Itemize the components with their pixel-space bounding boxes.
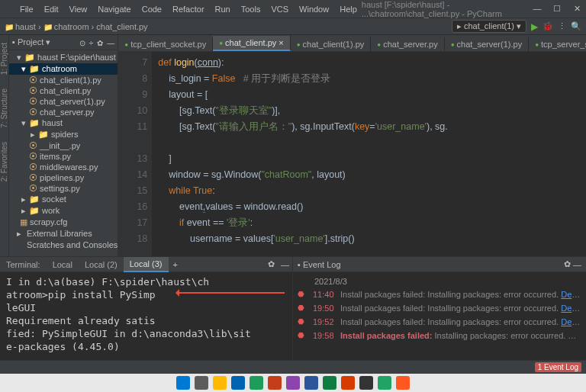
menu-tools[interactable]: Tools	[237, 3, 266, 15]
taskbar-icon[interactable]	[378, 376, 391, 390]
event-time: 19:58	[313, 331, 336, 340]
terminal-tab[interactable]: Local	[47, 258, 79, 272]
annotation-arrow	[178, 292, 285, 294]
editor-tab[interactable]: ●chat_client(1).py	[291, 37, 372, 51]
collapse-icon[interactable]: ÷	[89, 39, 94, 47]
run-button[interactable]: ▶	[531, 21, 538, 32]
breadcrumb[interactable]: haust › chatroom › chat_client.py	[5, 22, 148, 31]
gutter: 7891011 131415161718	[118, 52, 152, 256]
menu-navigate[interactable]: Navigate	[93, 3, 135, 15]
add-terminal-button[interactable]: +	[169, 260, 182, 269]
menu-view[interactable]: View	[65, 3, 92, 15]
event-log-title: Event Log	[303, 260, 341, 269]
event-time: 11:40	[313, 290, 336, 299]
toolstrip-favorites[interactable]: 2: Favorites	[0, 142, 8, 182]
project-tool-window: ▪ Project ▾ ⊙ ÷ ✿ — ▾📁 haust F:\spider\h…	[9, 35, 118, 256]
maximize-button[interactable]: ☐	[551, 4, 563, 14]
error-icon: ⬣	[298, 331, 308, 339]
details-link[interactable]: Details...	[568, 331, 581, 340]
details-link[interactable]: Details...	[561, 304, 581, 313]
terminal-hide-icon[interactable]: —	[278, 260, 292, 269]
error-icon: ⬣	[298, 304, 308, 312]
menu-help[interactable]: Help	[335, 3, 362, 15]
taskbar-icon[interactable]	[176, 376, 190, 390]
menu-vcs[interactable]: VCS	[266, 3, 293, 15]
editor-tab[interactable]: ●chat_server.py	[371, 37, 444, 51]
menu-window[interactable]: Window	[295, 3, 333, 15]
event-log-gear-icon[interactable]: ✿	[564, 259, 571, 269]
menu-code[interactable]: Code	[137, 3, 166, 15]
taskbar-icon[interactable]	[286, 376, 300, 390]
event-row[interactable]: ⬣19:50Install packages failed: Installin…	[293, 301, 586, 315]
event-row[interactable]: ⬣19:52Install packages failed: Installin…	[293, 315, 586, 329]
code-area[interactable]: def login(conn): is_login = False # 用于判断…	[152, 52, 586, 256]
statusbar: 1 Event Log	[0, 360, 586, 374]
nav-toolbar: haust › chatroom › chat_client.py ▸ chat…	[0, 18, 586, 35]
event-date: 2021/8/3	[293, 275, 586, 288]
menu-edit[interactable]: Edit	[40, 3, 63, 15]
toolstrip-project[interactable]: 1: Project	[0, 43, 8, 75]
status-event-log[interactable]: 1 Event Log	[535, 362, 581, 372]
editor-tab[interactable]: ●chat_client.py ×	[213, 36, 291, 51]
terminal-tab[interactable]: Local (3)	[124, 257, 169, 272]
windows-taskbar	[0, 374, 586, 392]
menu-refactor[interactable]: Refactor	[168, 3, 209, 15]
event-row[interactable]: ⬣11:40Install packages failed: Installin…	[293, 288, 586, 301]
gear-icon[interactable]: ✿	[97, 39, 103, 47]
project-settings-icon[interactable]: ⊙	[79, 39, 85, 47]
editor-tab[interactable]: ●tcp_client_socket.py	[118, 37, 213, 51]
hide-icon[interactable]: —	[107, 39, 114, 47]
taskbar-icon[interactable]	[359, 376, 373, 390]
editor: ●tcp_client_socket.py ●chat_client.py × …	[118, 35, 586, 256]
left-tool-strip: 1: Project 7: Structure 2: Favorites	[0, 35, 9, 256]
event-row[interactable]: ⬣19:58Install packages failed: Installin…	[293, 329, 586, 342]
menu-bar: File Edit View Navigate Code Refactor Ru…	[15, 3, 362, 15]
menu-file[interactable]: File	[15, 3, 38, 15]
event-log-pane: ▪ Event Log ✿ — 2021/8/3 ⬣11:40Install p…	[293, 257, 586, 374]
taskbar-icon[interactable]	[250, 376, 263, 390]
event-time: 19:52	[313, 317, 336, 326]
more-actions-icon[interactable]: ⋮	[558, 21, 566, 31]
event-message: Install packages failed: Installing pack…	[340, 304, 581, 313]
terminal-gear-icon[interactable]: ✿	[265, 259, 278, 269]
project-title: ▪ Project ▾	[12, 37, 78, 47]
app-icon	[3, 4, 11, 14]
taskbar-icon[interactable]	[341, 376, 355, 390]
terminal-output[interactable]: I in d:\a(base) F:\spider\haust\ch atroo…	[0, 272, 292, 374]
taskbar-icon[interactable]	[213, 376, 227, 390]
taskbar-icon[interactable]	[268, 376, 282, 390]
search-icon[interactable]: 🔍	[571, 21, 581, 31]
terminal-pane: Terminal: Local Local (2) Local (3) + ✿ …	[0, 257, 293, 374]
taskbar-icon[interactable]	[304, 376, 318, 390]
editor-body[interactable]: 7891011 131415161718 def login(conn): is…	[118, 52, 586, 256]
editor-tab[interactable]: ●tcp_server_socket.py	[529, 37, 586, 51]
details-link[interactable]: Details...	[561, 317, 581, 326]
error-icon: ⬣	[298, 290, 308, 298]
toolstrip-structure[interactable]: 7: Structure	[0, 88, 8, 128]
editor-tabs: ●tcp_client_socket.py ●chat_client.py × …	[118, 35, 586, 52]
editor-tab[interactable]: ●chat_server(1).py	[445, 37, 529, 51]
terminal-label: Terminal:	[0, 260, 47, 269]
run-config-selector[interactable]: ▸ chat_client(1) ▾	[452, 20, 526, 33]
taskbar-icon[interactable]	[195, 376, 208, 390]
debug-button[interactable]: 🐞	[543, 21, 553, 31]
details-link[interactable]: Details...	[561, 290, 581, 299]
project-tree[interactable]: ▾📁 haust F:\spider\haust ▾📁 chatroom ⦿ c…	[9, 50, 118, 256]
menu-run[interactable]: Run	[211, 3, 235, 15]
taskbar-icon[interactable]	[396, 376, 410, 390]
taskbar-icon[interactable]	[323, 376, 336, 390]
error-icon: ⬣	[298, 317, 308, 326]
window-title: haust [F:\spider\haust] - ...\chatroom\c…	[362, 0, 525, 18]
titlebar: File Edit View Navigate Code Refactor Ru…	[0, 0, 586, 18]
close-button[interactable]: ✕	[571, 4, 583, 14]
minimize-button[interactable]: —	[531, 4, 543, 14]
event-time: 19:50	[313, 304, 336, 313]
terminal-tab[interactable]: Local (2)	[79, 258, 124, 272]
event-message: Install packages failed: Installing pack…	[340, 317, 581, 326]
taskbar-icon[interactable]	[231, 376, 245, 390]
event-message: Install packages failed: Installing pack…	[340, 290, 581, 299]
event-message: Install packages failed: Installing pack…	[340, 331, 581, 340]
event-log-hide-icon[interactable]: —	[573, 260, 581, 269]
